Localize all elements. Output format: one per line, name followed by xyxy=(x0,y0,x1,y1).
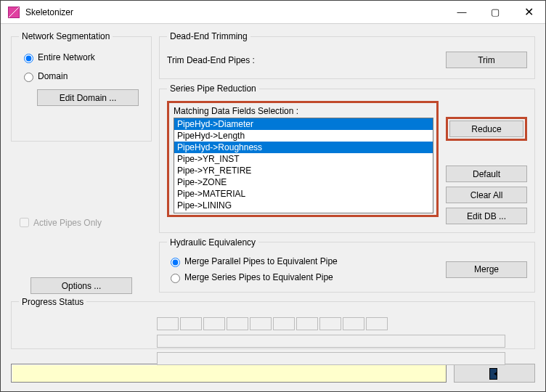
minimize-button[interactable]: — xyxy=(445,1,478,24)
hydraulic-options: Merge Parallel Pipes to Equivalent Pipe … xyxy=(167,256,338,283)
default-button[interactable]: Default xyxy=(446,166,527,182)
series-pipe-reduction-group: Series Pipe Reduction Matching Data Fiel… xyxy=(159,83,535,232)
progress-seg xyxy=(343,317,364,330)
progress-bar-2 xyxy=(157,352,505,365)
series-side-buttons: Reduce Default Clear All Edit DB ... xyxy=(446,117,527,224)
list-item[interactable]: PipeHyd->Length xyxy=(174,130,433,142)
progress-seg xyxy=(227,317,248,330)
progress-seg xyxy=(273,317,295,330)
titlebar: Skeletonizer — ▢ ✕ xyxy=(1,1,545,24)
merge-parallel-input[interactable] xyxy=(171,258,180,267)
progress-seg xyxy=(366,317,388,330)
progress-seg xyxy=(203,317,225,330)
status-box xyxy=(11,364,447,383)
app-icon xyxy=(8,7,20,18)
exit-icon xyxy=(489,368,500,378)
merge-parallel-label: Merge Parallel Pipes to Equivalent Pipe xyxy=(184,256,338,266)
hydraulic-equivalency-group: Hydraulic Equivalency Merge Parallel Pip… xyxy=(159,237,535,293)
bottom-bar xyxy=(1,362,545,391)
trim-dead-end-label: Trim Dead-End Pipes : xyxy=(167,55,255,65)
left-column: Network Segmentation Entire Network Doma… xyxy=(11,31,152,297)
merge-button[interactable]: Merge xyxy=(446,261,527,278)
progress-status-group: Progress Status xyxy=(11,297,535,349)
window: Skeletonizer — ▢ ✕ Network Segmentation … xyxy=(0,0,546,392)
list-item[interactable]: PipeHyd->Roughness xyxy=(174,142,433,153)
network-segmentation-group: Network Segmentation Entire Network Doma… xyxy=(11,31,152,142)
active-pipes-only-label: Active Pipes Only xyxy=(33,218,102,228)
merge-series-input[interactable] xyxy=(171,274,180,283)
list-item[interactable]: Pipe->MATERIAL xyxy=(174,188,433,200)
list-item[interactable]: Pipe->LINING xyxy=(174,200,433,211)
options-button[interactable]: Options ... xyxy=(30,277,132,294)
dead-end-trimming-group: Dead-End Trimming Trim Dead-End Pipes : … xyxy=(159,31,535,79)
merge-series-radio[interactable]: Merge Series Pipes to Equivalent Pipe xyxy=(167,271,338,283)
list-item[interactable]: Pipe->YR_RETIRE xyxy=(174,165,433,176)
domain-radio[interactable]: Domain xyxy=(20,70,144,82)
entire-network-radio-input[interactable] xyxy=(24,54,33,63)
domain-radio-input[interactable] xyxy=(24,73,33,82)
progress-legend: Progress Status xyxy=(19,297,86,307)
trim-button[interactable]: Trim xyxy=(446,52,527,68)
active-pipes-only-input[interactable] xyxy=(20,218,29,227)
progress-seg xyxy=(319,317,341,330)
progress-seg xyxy=(296,317,318,330)
reduce-button-highlight: Reduce xyxy=(446,117,527,141)
series-inner: Matching Data Fields Selection : PipeHyd… xyxy=(167,101,527,224)
exit-button[interactable] xyxy=(454,364,535,383)
progress-bar-1 xyxy=(157,335,505,348)
progress-seg xyxy=(180,317,202,330)
edit-db-button[interactable]: Edit DB ... xyxy=(446,208,527,224)
active-pipes-only-checkbox[interactable]: Active Pipes Only xyxy=(17,216,152,229)
merge-parallel-radio[interactable]: Merge Parallel Pipes to Equivalent Pipe xyxy=(167,256,338,267)
network-segmentation-legend: Network Segmentation xyxy=(19,31,113,41)
maximize-button[interactable]: ▢ xyxy=(478,1,512,24)
edit-domain-button[interactable]: Edit Domain ... xyxy=(37,89,139,106)
matching-fields-listbox[interactable]: PipeHyd->DiameterPipeHyd->LengthPipeHyd-… xyxy=(174,118,433,213)
hydraulic-legend: Hydraulic Equivalency xyxy=(167,237,258,248)
reduce-button[interactable]: Reduce xyxy=(449,121,523,137)
matching-fields-label: Matching Data Fields Selection : xyxy=(174,106,433,116)
progress-segments xyxy=(157,317,527,330)
series-legend: Series Pipe Reduction xyxy=(167,83,259,94)
dead-end-legend: Dead-End Trimming xyxy=(167,31,250,41)
entire-network-label: Entire Network xyxy=(38,52,95,62)
list-item[interactable]: Pipe->ZONE xyxy=(174,176,433,188)
progress-seg xyxy=(157,317,179,330)
matching-fields-highlight: Matching Data Fields Selection : PipeHyd… xyxy=(167,101,439,217)
entire-network-radio[interactable]: Entire Network xyxy=(20,52,144,63)
clear-all-button[interactable]: Clear All xyxy=(446,187,527,203)
list-item[interactable]: PipeHyd->Diameter xyxy=(174,118,433,130)
list-item[interactable]: Pipe->YR_INST xyxy=(174,153,433,165)
window-title: Skeletonizer xyxy=(25,7,445,17)
merge-series-label: Merge Series Pipes to Equivalent Pipe xyxy=(184,272,333,282)
progress-seg xyxy=(250,317,272,330)
domain-label: Domain xyxy=(38,71,68,81)
content-area: Network Segmentation Entire Network Doma… xyxy=(1,24,545,362)
close-button[interactable]: ✕ xyxy=(512,1,545,24)
